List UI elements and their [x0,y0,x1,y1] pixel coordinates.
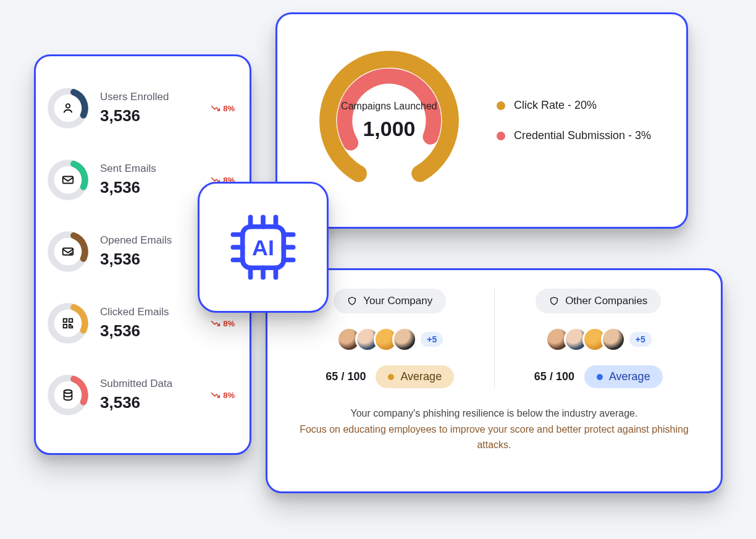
avatar-stack: +5 [545,327,652,352]
svg-text:AI: AI [252,236,274,260]
shield-icon [549,295,559,307]
your-score: 65 / 100 [326,370,366,383]
metric-value: 3,536 [100,250,196,269]
avatar [601,327,626,352]
opened-icon-ring [47,231,89,273]
avatar [392,327,417,352]
legend-label: Click Rate - 20% [514,99,597,112]
legend-dot-icon [497,101,505,110]
clicked-icon-ring [47,302,89,344]
metric-label: Users Enrolled [100,91,196,103]
avatar-more-badge[interactable]: +5 [421,332,443,347]
trend-down-icon [211,320,220,327]
metric-row-submitted: Submitted Data 3,536 8% [47,359,238,431]
your-status-pill: Average [376,365,454,388]
sent-icon-ring [47,159,89,201]
metric-value: 3,536 [100,106,196,125]
svg-rect-12 [69,319,73,323]
legend-item: Click Rate - 20% [497,99,651,112]
qr-icon [61,316,75,330]
metric-value: 3,536 [100,178,196,197]
metric-change: 8% [208,104,238,113]
other-status-pill: Average [584,365,663,388]
legend-dot-icon [497,132,505,140]
other-companies-column: Other Companies +5 65 / 100 Average [495,289,703,388]
ai-chip-card: AI [198,182,329,313]
envelope-icon [61,173,75,187]
donut-value: 1,000 [363,117,415,141]
metric-change: 8% [208,319,238,328]
other-companies-pill[interactable]: Other Companies [536,289,661,313]
svg-point-2 [66,104,70,108]
metric-row-users: Users Enrolled 3,536 8% [47,72,238,144]
status-dot-icon [388,374,394,380]
svg-rect-5 [63,177,74,184]
metric-change: 8% [208,391,238,400]
shield-icon [347,295,357,307]
database-icon [61,388,75,402]
campaigns-donut: Campaigns Launched 1,000 [313,44,466,197]
metric-label: Submitted Data [100,378,196,390]
svg-point-16 [64,390,72,394]
summary-emphasis: Focus on educating employees to improve … [286,422,702,453]
legend-item: Credential Submission - 3% [497,129,651,142]
user-icon [61,101,75,115]
svg-rect-13 [64,325,67,328]
your-company-pill[interactable]: Your Company [334,289,446,313]
other-score: 65 / 100 [534,370,574,383]
avatar-more-badge[interactable]: +5 [629,332,652,347]
envelope-check-icon [61,245,75,258]
trend-down-icon [211,391,220,399]
legend-label: Credential Submission - 3% [514,129,651,142]
campaigns-panel: Campaigns Launched 1,000 Click Rate - 20… [275,12,688,229]
metric-label: Clicked Emails [100,306,196,318]
avatar-stack: +5 [337,327,443,352]
trend-down-icon [211,104,220,112]
svg-rect-11 [64,319,67,323]
metric-label: Sent Emails [100,163,196,175]
users-icon-ring [47,87,89,129]
status-dot-icon [597,374,603,380]
compare-summary: Your company's phishing resilience is be… [286,405,702,453]
submitted-icon-ring [47,374,89,416]
metric-label: Opened Emails [100,234,196,247]
campaigns-legend: Click Rate - 20% Credential Submission -… [497,99,651,142]
donut-label: Campaigns Launched [341,100,437,113]
ai-chip-icon: AI [224,208,303,287]
metric-value: 3,536 [100,321,196,341]
compare-panel: Your Company +5 65 / 100 Average [266,268,723,493]
metric-value: 3,536 [100,393,196,412]
summary-line: Your company's phishing resilience is be… [286,405,702,422]
